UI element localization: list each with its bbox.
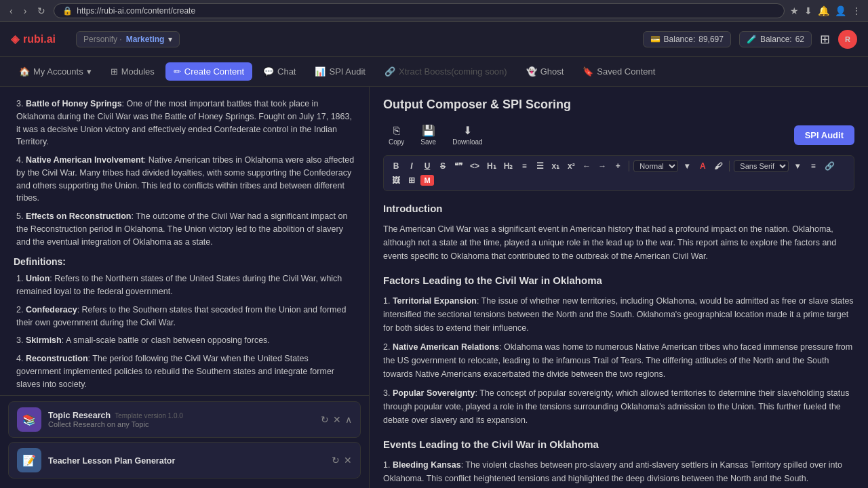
align-center-btn[interactable]: ≡ — [806, 160, 820, 172]
sidebar-item-modules[interactable]: ⊞ Modules — [102, 62, 163, 81]
sidebar-item-xtract-boosts: 🔗 Xtract Boosts(coming soon) — [376, 62, 515, 81]
balance-label-1: Balance: — [664, 35, 696, 44]
intro-heading: Introduction — [383, 201, 854, 217]
copy-icon: ⎘ — [393, 125, 400, 137]
secure-icon: 🔒 — [62, 6, 73, 16]
font-select[interactable]: Sans Serif — [734, 160, 789, 172]
factor-item: 2. Native American Relations: Oklahoma w… — [383, 340, 854, 381]
ul-button[interactable]: ☰ — [533, 160, 547, 172]
nav-label-ghost: Ghost — [540, 66, 564, 77]
edit-icon: ✏ — [174, 66, 181, 77]
balance-label-2: Balance: — [760, 35, 792, 44]
style-select[interactable]: Normal — [633, 160, 678, 172]
ghost-icon: 👻 — [526, 66, 537, 77]
chevron-up-icon[interactable]: ∧ — [345, 414, 352, 425]
left-panel: 3. Battle of Honey Springs: One of the m… — [0, 87, 370, 488]
balance-badge-1: 💳 Balance: 89,697 — [643, 31, 731, 47]
format-extra-btn[interactable]: M — [420, 175, 434, 186]
card-topic-research[interactable]: 📚 Topic Research Template version 1.0.0 … — [8, 401, 361, 438]
align-left-button[interactable]: ← — [580, 160, 593, 172]
item-number: 3. — [16, 99, 26, 108]
more-button[interactable]: + — [611, 160, 625, 172]
personify-label: Personify · — [83, 35, 122, 44]
personify-dropdown[interactable]: Personify · Marketing ▾ — [76, 31, 180, 47]
card-subtitle-topic: Collect Research on any Topic — [48, 420, 314, 428]
quote-button[interactable]: ❝❞ — [452, 160, 465, 172]
output-content: Introduction The American Civil War was … — [383, 201, 854, 488]
definitions-heading: Definitions: — [14, 256, 355, 267]
sidebar-item-chat[interactable]: 💬 Chat — [255, 62, 304, 81]
grid-icon[interactable]: ⊞ — [820, 32, 830, 47]
sidebar-item-ghost[interactable]: 👻 Ghost — [518, 62, 572, 81]
url-bar[interactable]: 🔒 https://rubi-ai.com/content/create — [54, 3, 785, 18]
h1-button[interactable]: H₁ — [484, 160, 499, 172]
list-item: 5. Effects on Reconstruction: The outcom… — [14, 210, 355, 248]
code-button[interactable]: <> — [467, 160, 482, 172]
avatar[interactable]: R — [838, 30, 857, 49]
link-btn[interactable]: 🔗 — [822, 160, 837, 172]
sidebar-item-spi-audit[interactable]: 📊 SPI Audit — [307, 62, 373, 81]
browser-chrome: ‹ › ↻ 🔒 https://rubi-ai.com/content/crea… — [0, 0, 868, 22]
bookmark-icon[interactable]: ★ — [790, 5, 799, 16]
app-header: ◈ rubi.ai Personify · Marketing ▾ 💳 Bala… — [0, 22, 868, 57]
reload-button[interactable]: ↻ — [35, 4, 48, 18]
spi-audit-button[interactable]: SPI Audit — [794, 125, 854, 145]
profile-icon[interactable]: 👤 — [835, 5, 846, 16]
h2-button[interactable]: H₂ — [501, 160, 516, 172]
chart-icon: 📊 — [315, 66, 326, 77]
balance-amount-1: 89,697 — [698, 35, 724, 44]
item-number: 4. — [16, 155, 26, 165]
list-item: 4. Native American Involvement: Native A… — [14, 154, 355, 205]
home-icon: 🏠 — [19, 66, 30, 77]
separator-2 — [729, 161, 730, 171]
event-item: 1. Bleeding Kansas: The violent clashes … — [383, 458, 854, 485]
close-icon-lesson[interactable]: ✕ — [344, 455, 352, 466]
copy-button[interactable]: ⎘ Copy — [383, 122, 410, 148]
image-btn[interactable]: 🖼 — [389, 174, 403, 186]
download-browser-icon[interactable]: ⬇ — [804, 5, 812, 16]
card-actions-topic: ↻ ✕ ∧ — [321, 414, 352, 425]
sidebar-item-my-accounts[interactable]: 🏠 My Accounts ▾ — [11, 62, 100, 81]
separator — [629, 161, 629, 171]
refresh-icon-lesson[interactable]: ↻ — [332, 455, 340, 466]
font-dropdown-btn[interactable]: ▾ — [791, 160, 804, 172]
text-color-btn[interactable]: A — [696, 160, 709, 172]
sidebar-item-create-content[interactable]: ✏ Create Content — [165, 62, 252, 81]
forward-button[interactable]: › — [21, 4, 30, 18]
italic-button[interactable]: I — [405, 160, 418, 172]
superscript-button[interactable]: x² — [564, 160, 578, 172]
card-info-topic: Topic Research Template version 1.0.0 Co… — [48, 411, 314, 428]
modules-icon: ⊞ — [111, 66, 118, 77]
align-right-button[interactable]: → — [595, 160, 609, 172]
factors-heading: Factors Leading to the Civil War in Okla… — [383, 272, 854, 289]
highlight-btn[interactable]: 🖌 — [711, 160, 725, 172]
copy-label: Copy — [389, 138, 404, 146]
strikethrough-button[interactable]: S — [436, 160, 450, 172]
card-lesson-plan[interactable]: 📝 Teacher Lesson Plan Generator ↻ ✕ — [8, 442, 361, 479]
bold-button[interactable]: B — [389, 160, 403, 172]
ol-button[interactable]: ≡ — [517, 160, 531, 172]
notification-icon[interactable]: 🔔 — [818, 5, 829, 16]
subscript-button[interactable]: x₁ — [549, 160, 562, 172]
main-layout: 3. Battle of Honey Springs: One of the m… — [0, 87, 868, 488]
item-number: 5. — [16, 211, 26, 221]
refresh-icon[interactable]: ↻ — [321, 414, 329, 425]
close-icon[interactable]: ✕ — [333, 414, 341, 425]
table-btn[interactable]: ⊞ — [405, 174, 418, 186]
list-item: 3. Battle of Honey Springs: One of the m… — [14, 98, 355, 148]
menu-icon[interactable]: ⋮ — [852, 5, 861, 16]
chevron-down-icon: ▾ — [168, 35, 172, 44]
sidebar-item-saved-content[interactable]: 🔖 Saved Content — [574, 62, 663, 81]
back-button[interactable]: ‹ — [7, 4, 16, 18]
save-button[interactable]: 💾 Save — [415, 121, 441, 148]
bottom-cards: 📚 Topic Research Template version 1.0.0 … — [0, 395, 369, 488]
style-dropdown-btn[interactable]: ▾ — [680, 160, 694, 172]
nav-label-xtract-boosts: Xtract Boosts(coming soon) — [399, 66, 507, 77]
underline-button[interactable]: U — [420, 160, 434, 172]
nav-label-spi-audit: SPI Audit — [329, 66, 365, 77]
download-button[interactable]: ⬇ Download — [447, 121, 488, 148]
factor-item: 1. Territorial Expansion: The issue of w… — [383, 294, 854, 335]
nav-bar: 🏠 My Accounts ▾ ⊞ Modules ✏ Create Conte… — [0, 57, 868, 87]
definition-item: 2. Confederacy: Refers to the Southern s… — [14, 304, 355, 329]
output-title: Output Composer & SPI Scoring — [383, 98, 854, 112]
